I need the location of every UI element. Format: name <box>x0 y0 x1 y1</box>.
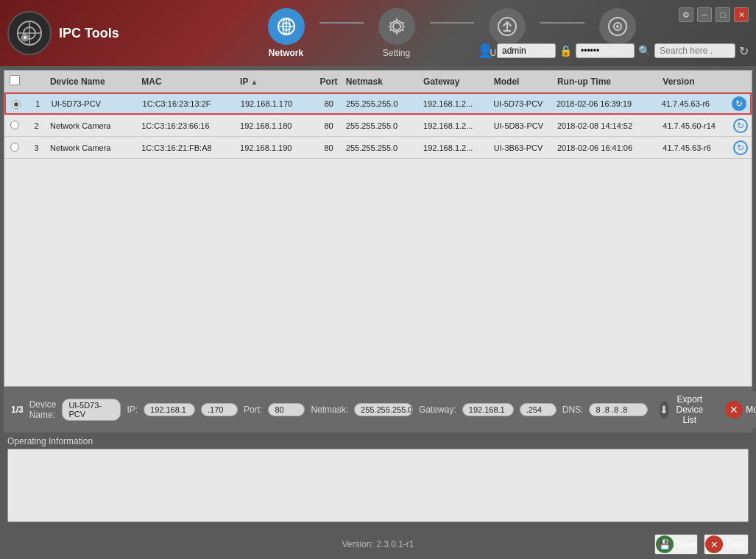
save-icon: 💾 <box>656 535 674 553</box>
dns-field[interactable]: 8 .8 .8 .8 <box>589 403 648 416</box>
save-button[interactable]: 💾 Save <box>654 534 698 555</box>
port-label: Port: <box>244 405 262 415</box>
header-port[interactable]: Port <box>314 75 343 88</box>
row2-radio[interactable] <box>10 121 19 129</box>
netmask-label: Netmask: <box>311 405 348 415</box>
network-icon-circle <box>268 8 305 45</box>
row1-model: UI-5D73-PCV <box>490 98 554 110</box>
maximize-button[interactable]: □ <box>716 7 730 22</box>
close-button[interactable]: ✕ <box>734 7 749 22</box>
device-name-label: Device Name: <box>29 399 57 420</box>
device-table: Device Name MAC IP ▲ Port Netmask Gatewa… <box>4 70 752 387</box>
bottom-buttons: 💾 Save ✕ Clear <box>654 534 749 555</box>
row3-action[interactable]: ↻ <box>730 139 752 157</box>
row1-netmask: 255.255.255.0 <box>343 98 420 110</box>
clear-icon: ✕ <box>705 535 723 553</box>
clear-label: Clear <box>726 539 747 549</box>
row1-refresh-icon[interactable]: ↻ <box>732 96 746 111</box>
main-window: ⚙ ─ □ ✕ IPC Tools <box>0 0 756 559</box>
setting-icon-circle <box>378 8 415 45</box>
row3-version: 41.7.45.63-r6 <box>660 142 730 154</box>
row3-radio[interactable] <box>10 143 19 152</box>
header-mac[interactable]: MAC <box>138 75 237 88</box>
row2-version: 41.7.45.60-r14 <box>660 120 730 132</box>
lock-icon: 🔒 <box>559 45 572 57</box>
minimize-button[interactable]: ─ <box>697 7 712 22</box>
header-model[interactable]: Model <box>491 75 554 88</box>
header-check <box>4 74 26 89</box>
row1-version: 41.7.45.63-r6 <box>659 98 729 110</box>
row1-num: 1 <box>27 98 49 110</box>
row2-refresh-icon[interactable]: ↻ <box>733 118 748 133</box>
search-icon[interactable]: 🔍 <box>638 45 651 57</box>
modify-button[interactable]: ✕ Modify <box>719 391 756 428</box>
user-icon: 👤 <box>477 43 493 59</box>
table-row[interactable]: 1 UI-5D73-PCV 1C:C3:16:23:13:2F 192.168.… <box>4 93 752 115</box>
nav-connector-2 <box>430 22 474 24</box>
password-field[interactable] <box>576 43 635 58</box>
header-version[interactable]: Version <box>660 75 730 88</box>
operating-info-label: Operating Information <box>7 436 749 446</box>
search-refresh-button[interactable]: ↻ <box>739 44 749 58</box>
row2-runtime: 2018-02-08 14:14:52 <box>554 120 660 132</box>
netmask-field[interactable]: 255.255.255.0 <box>354 403 413 416</box>
header-runtime[interactable]: Run-up Time <box>554 75 660 88</box>
table-header: Device Name MAC IP ▲ Port Netmask Gatewa… <box>4 71 752 93</box>
row2-num: 2 <box>26 120 47 132</box>
select-all-checkbox[interactable] <box>10 75 20 85</box>
row1-runtime: 2018-02-06 16:39:19 <box>554 98 659 110</box>
row2-ip: 192.168.1.180 <box>237 120 314 132</box>
row2-check[interactable] <box>4 119 26 132</box>
row3-device-name: Network Camera <box>47 142 138 154</box>
device-count: 1/3 <box>11 405 24 415</box>
row2-model: UI-5D83-PCV <box>491 120 554 132</box>
ip-field[interactable]: 192.168.1 <box>144 403 195 416</box>
row1-radio[interactable] <box>12 100 21 109</box>
action-buttons: ⬇ Export Device List ✕ Modify <box>654 391 756 428</box>
export-icon: ⬇ <box>660 401 668 419</box>
row1-gateway: 192.168.1.2... <box>420 98 490 110</box>
device-name-value[interactable]: UI-5D73-PCV <box>62 399 121 421</box>
row3-check[interactable] <box>4 141 26 154</box>
header-device-name[interactable]: Device Name <box>47 75 138 88</box>
table-row[interactable]: 3 Network Camera 1C:C3:16:21:FB:A8 192.1… <box>4 137 752 159</box>
svg-point-11 <box>393 23 400 30</box>
row1-action[interactable]: ↻ <box>729 95 750 113</box>
modify-icon: ✕ <box>725 401 743 419</box>
row3-num: 3 <box>26 142 47 154</box>
search-input[interactable] <box>654 43 735 58</box>
upgrade-icon-circle <box>489 8 526 45</box>
nav-connector-3 <box>540 22 584 24</box>
operating-info-area <box>7 449 749 522</box>
nav-network[interactable]: Network <box>253 4 319 62</box>
row2-device-name: Network Camera <box>47 120 138 132</box>
title-bar: ⚙ ─ □ ✕ IPC Tools <box>0 0 756 66</box>
gateway-last-field[interactable]: .254 <box>520 403 557 416</box>
port-field[interactable]: 80 <box>268 403 305 416</box>
row3-refresh-icon[interactable]: ↻ <box>733 140 748 155</box>
settings-button[interactable]: ⚙ <box>679 7 693 22</box>
gateway-field[interactable]: 192.168.1 <box>462 403 514 416</box>
header-gateway[interactable]: Gateway <box>420 75 491 88</box>
header-ip[interactable]: IP ▲ <box>237 75 314 88</box>
window-controls: ⚙ ─ □ ✕ <box>679 7 749 22</box>
clear-button[interactable]: ✕ Clear <box>704 534 749 555</box>
export-button[interactable]: ⬇ Export Device List <box>654 391 713 428</box>
ip-last-field[interactable]: .170 <box>201 403 238 416</box>
row3-netmask: 255.255.255.0 <box>343 142 420 154</box>
table-row[interactable]: 2 Network Camera 1C:C3:16:23:66:16 192.1… <box>4 115 752 137</box>
row1-check[interactable] <box>6 98 27 110</box>
username-field[interactable] <box>497 43 556 58</box>
row3-mac: 1C:C3:16:21:FB:A8 <box>138 142 237 154</box>
gateway-part1: 192.168.1 <box>469 405 505 414</box>
header-netmask[interactable]: Netmask <box>343 75 420 88</box>
preview-icon-circle <box>599 8 636 45</box>
export-label: Export Device List <box>672 394 708 425</box>
nav-network-label: Network <box>269 48 303 58</box>
row2-action[interactable]: ↻ <box>730 117 752 135</box>
info-bar: 1/3 Device Name: UI-5D73-PCV IP: 192.168… <box>4 387 752 432</box>
nav-setting[interactable]: Setting <box>364 4 430 62</box>
row1-device-name: UI-5D73-PCV <box>49 98 140 110</box>
row3-runtime: 2018-02-06 16:41:06 <box>554 142 660 154</box>
ip-part1: 192.168.1 <box>150 405 186 414</box>
